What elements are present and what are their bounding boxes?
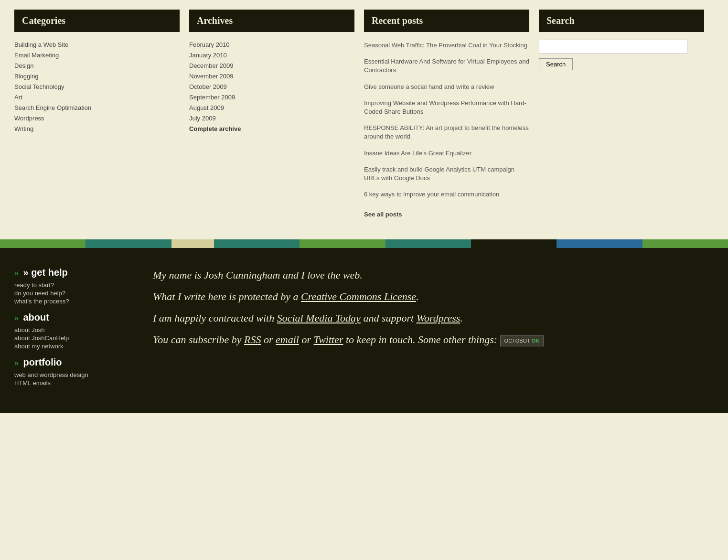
get-help-title: » » get help [14, 267, 139, 278]
archives-title: Archives [189, 10, 354, 32]
color-segment [214, 239, 257, 248]
post-link[interactable]: Insane Ideas Are Life's Great Equalizer [364, 150, 471, 157]
category-link[interactable]: Design [14, 62, 33, 69]
email-link[interactable]: email [276, 334, 299, 345]
bio-paragraph-4: You can subscribe by RSS or email or Twi… [153, 332, 714, 347]
footer-link[interactable]: ready to start? [14, 281, 54, 289]
list-item: about my network [14, 342, 139, 350]
footer-link[interactable]: about my network [14, 343, 64, 350]
list-item: do you need help? [14, 289, 139, 297]
list-item: ready to start? [14, 281, 139, 289]
color-segment [642, 239, 685, 248]
about-title: » about [14, 312, 139, 323]
list-item: August 2009 [189, 103, 354, 113]
post-link[interactable]: Improving Website and Wordpress Performa… [364, 99, 526, 115]
bio-paragraph-1: My name is Josh Cunningham and I love th… [153, 267, 714, 283]
list-item: September 2009 [189, 92, 354, 103]
archives-widget: Archives February 2010 January 2010 Dece… [189, 10, 364, 220]
list-item: Wordpress [14, 113, 180, 124]
color-segment [385, 239, 428, 248]
category-link[interactable]: Art [14, 94, 22, 101]
footer-link[interactable]: do you need help? [14, 290, 65, 297]
color-segment [128, 239, 171, 248]
list-item: HTML emails [14, 379, 139, 387]
footer: » » get help ready to start? do you need… [0, 248, 728, 413]
recent-posts-list: Seasonal Web Traffic: The Proverbial Coa… [364, 40, 529, 220]
portfolio-label: portfolio [23, 357, 62, 367]
footer-bio: My name is Josh Cunningham and I love th… [153, 267, 714, 394]
archive-link[interactable]: September 2009 [189, 94, 235, 101]
list-item: about Josh [14, 326, 139, 334]
footer-link[interactable]: about JoshCanHelp [14, 334, 69, 342]
social-media-today-link[interactable]: Social Media Today [277, 312, 361, 324]
footer-link[interactable]: what's the process? [14, 298, 69, 305]
footer-link[interactable]: about Josh [14, 326, 45, 334]
category-link[interactable]: Email Marketing [14, 52, 59, 59]
category-link[interactable]: Blogging [14, 73, 39, 80]
widget-area: Categories Building a Web Site Email Mar… [0, 0, 728, 239]
post-link[interactable]: RESPONSE ABILITY: An art project to bene… [364, 124, 529, 140]
categories-title: Categories [14, 10, 180, 32]
color-segment [600, 239, 642, 248]
category-link[interactable]: Building a Web Site [14, 41, 68, 48]
list-item: Writing [14, 124, 180, 134]
portfolio-title: » portfolio [14, 357, 139, 368]
search-title: Search [539, 10, 704, 32]
ok-label: OK [532, 338, 540, 344]
archive-link[interactable]: November 2009 [189, 73, 234, 80]
archive-link[interactable]: December 2009 [189, 62, 234, 69]
archive-link[interactable]: February 2010 [189, 41, 230, 48]
category-link[interactable]: Wordpress [14, 115, 44, 122]
footer-link[interactable]: HTML emails [14, 379, 51, 387]
post-link[interactable]: Easily track and build Google Analytics … [364, 166, 514, 182]
recent-posts-widget: Recent posts Seasonal Web Traffic: The P… [364, 10, 539, 220]
color-segment [86, 239, 128, 248]
rss-link[interactable]: RSS [244, 334, 261, 345]
footer-nav: » » get help ready to start? do you need… [14, 267, 139, 394]
list-item: Email Marketing [14, 50, 180, 61]
list-item: Insane Ideas Are Life's Great Equalizer [364, 148, 529, 159]
get-help-label: » get help [23, 267, 67, 278]
archive-link[interactable]: July 2009 [189, 115, 216, 122]
twitter-link[interactable]: Twitter [314, 334, 343, 345]
octobot-label: OCTOBOT [504, 338, 530, 344]
arrow-icon: » [14, 359, 19, 367]
list-item: February 2010 [189, 40, 354, 50]
archive-link[interactable]: January 2010 [189, 52, 227, 59]
category-link[interactable]: Writing [14, 125, 33, 132]
color-bar [0, 239, 728, 248]
recent-posts-title: Recent posts [364, 10, 529, 32]
archive-link[interactable]: August 2009 [189, 104, 224, 111]
list-item: See all posts [364, 205, 529, 220]
archive-link[interactable]: October 2009 [189, 83, 227, 90]
creative-commons-link[interactable]: Creative Commons License [301, 291, 416, 302]
list-item: Easily track and build Google Analytics … [364, 164, 529, 184]
about-list: about Josh about JoshCanHelp about my ne… [14, 326, 139, 350]
search-input[interactable] [539, 40, 687, 54]
footer-link[interactable]: web and wordpress design [14, 371, 88, 378]
color-segment [300, 239, 343, 248]
list-item: RESPONSE ABILITY: An art project to bene… [364, 122, 529, 142]
list-item: Art [14, 92, 180, 103]
get-help-list: ready to start? do you need help? what's… [14, 281, 139, 305]
post-link[interactable]: Seasonal Web Traffic: The Proverbial Coa… [364, 42, 527, 49]
category-link[interactable]: Search Engine Optimization [14, 104, 91, 111]
color-segment [685, 239, 728, 248]
search-widget: Search Search [539, 10, 714, 220]
color-segment [428, 239, 471, 248]
arrow-icon: » [14, 314, 19, 322]
color-segment [0, 239, 43, 248]
arrow-icon: » [14, 269, 19, 277]
complete-archive-link[interactable]: Complete archive [189, 125, 241, 132]
category-link[interactable]: Social Technology [14, 83, 64, 90]
color-segment [343, 239, 385, 248]
search-button[interactable]: Search [539, 58, 573, 70]
post-link[interactable]: 6 key ways to improve your email communi… [364, 191, 499, 198]
list-item: Building a Web Site [14, 40, 180, 50]
wordpress-link[interactable]: Wordpress [417, 312, 460, 324]
post-link[interactable]: Give someone a social hand and write a r… [364, 83, 494, 90]
list-item: Give someone a social hand and write a r… [364, 81, 529, 93]
list-item: Seasonal Web Traffic: The Proverbial Coa… [364, 40, 529, 51]
see-all-posts-link[interactable]: See all posts [364, 210, 529, 219]
post-link[interactable]: Essential Hardware And Software for Virt… [364, 58, 529, 74]
